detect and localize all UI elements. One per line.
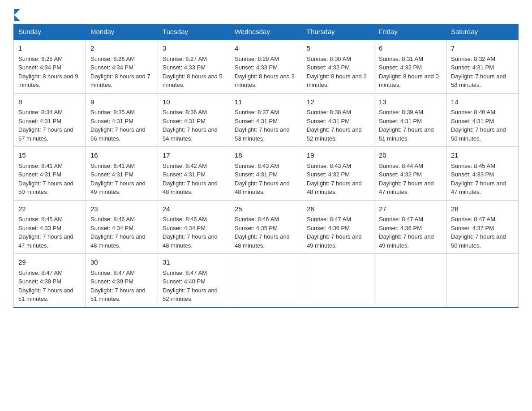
day-number: 19 <box>307 150 369 161</box>
calendar-day-cell: 12 Sunrise: 8:38 AMSunset: 4:31 PMDaylig… <box>302 93 374 147</box>
day-number: 3 <box>163 43 225 54</box>
day-number: 20 <box>379 150 442 161</box>
sunrise-info: Sunrise: 8:41 AMSunset: 4:31 PMDaylight:… <box>18 163 73 196</box>
calendar-day-cell: 31 Sunrise: 8:47 AMSunset: 4:40 PMDaylig… <box>158 254 230 308</box>
weekday-header-saturday: Saturday <box>446 24 519 40</box>
calendar-day-cell <box>302 254 374 308</box>
sunrise-info: Sunrise: 8:47 AMSunset: 4:36 PMDaylight:… <box>379 216 434 249</box>
day-number: 24 <box>163 204 225 214</box>
weekday-header-row: SundayMondayTuesdayWednesdayThursdayFrid… <box>14 24 519 40</box>
calendar-day-cell: 26 Sunrise: 8:47 AMSunset: 4:36 PMDaylig… <box>302 200 374 254</box>
day-number: 12 <box>307 97 369 107</box>
calendar-day-cell: 10 Sunrise: 8:36 AMSunset: 4:31 PMDaylig… <box>158 93 230 147</box>
calendar-day-cell: 27 Sunrise: 8:47 AMSunset: 4:36 PMDaylig… <box>374 200 446 254</box>
calendar-day-cell: 14 Sunrise: 8:40 AMSunset: 4:31 PMDaylig… <box>446 93 519 147</box>
sunrise-info: Sunrise: 8:35 AMSunset: 4:31 PMDaylight:… <box>90 109 146 142</box>
calendar-day-cell <box>446 254 519 308</box>
sunrise-info: Sunrise: 8:25 AMSunset: 4:34 PMDaylight:… <box>18 56 78 89</box>
sunrise-info: Sunrise: 8:45 AMSunset: 4:33 PMDaylight:… <box>451 163 506 196</box>
calendar-day-cell: 4 Sunrise: 8:29 AMSunset: 4:33 PMDayligh… <box>230 39 302 93</box>
calendar-day-cell: 6 Sunrise: 8:31 AMSunset: 4:32 PMDayligh… <box>374 39 446 93</box>
calendar-day-cell: 9 Sunrise: 8:35 AMSunset: 4:31 PMDayligh… <box>86 93 158 147</box>
calendar-day-cell: 16 Sunrise: 8:41 AMSunset: 4:31 PMDaylig… <box>86 147 158 201</box>
calendar-day-cell: 2 Sunrise: 8:26 AMSunset: 4:34 PMDayligh… <box>86 39 158 93</box>
day-number: 16 <box>90 150 153 161</box>
day-number: 23 <box>90 204 153 214</box>
day-number: 14 <box>451 97 514 107</box>
calendar-day-cell: 20 Sunrise: 8:44 AMSunset: 4:32 PMDaylig… <box>374 147 446 201</box>
day-number: 2 <box>90 43 153 54</box>
sunrise-info: Sunrise: 8:29 AMSunset: 4:33 PMDaylight:… <box>235 56 295 89</box>
sunrise-info: Sunrise: 8:36 AMSunset: 4:31 PMDaylight:… <box>163 109 218 142</box>
calendar-day-cell: 3 Sunrise: 8:27 AMSunset: 4:33 PMDayligh… <box>158 39 230 93</box>
day-number: 26 <box>307 204 369 214</box>
sunrise-info: Sunrise: 8:37 AMSunset: 4:31 PMDaylight:… <box>235 109 290 142</box>
page-header <box>13 9 519 19</box>
day-number: 31 <box>163 257 225 268</box>
weekday-header-sunday: Sunday <box>14 24 86 40</box>
calendar-day-cell: 15 Sunrise: 8:41 AMSunset: 4:31 PMDaylig… <box>14 147 86 201</box>
day-number: 18 <box>235 150 297 161</box>
calendar-day-cell: 7 Sunrise: 8:32 AMSunset: 4:31 PMDayligh… <box>446 39 519 93</box>
day-number: 28 <box>451 204 514 214</box>
sunrise-info: Sunrise: 8:41 AMSunset: 4:31 PMDaylight:… <box>90 163 146 196</box>
sunrise-info: Sunrise: 8:46 AMSunset: 4:35 PMDaylight:… <box>235 216 290 249</box>
day-number: 10 <box>163 97 225 107</box>
calendar-day-cell <box>374 254 446 308</box>
day-number: 5 <box>307 43 369 54</box>
calendar-day-cell: 24 Sunrise: 8:46 AMSunset: 4:34 PMDaylig… <box>158 200 230 254</box>
day-number: 25 <box>235 204 297 214</box>
logo <box>13 9 20 19</box>
calendar-day-cell <box>230 254 302 308</box>
sunrise-info: Sunrise: 8:31 AMSunset: 4:32 PMDaylight:… <box>379 56 439 89</box>
day-number: 27 <box>379 204 442 214</box>
sunrise-info: Sunrise: 8:43 AMSunset: 4:31 PMDaylight:… <box>235 163 290 196</box>
sunrise-info: Sunrise: 8:43 AMSunset: 4:32 PMDaylight:… <box>307 163 362 196</box>
calendar-day-cell: 1 Sunrise: 8:25 AMSunset: 4:34 PMDayligh… <box>14 39 86 93</box>
day-number: 1 <box>18 43 81 54</box>
day-number: 30 <box>90 257 153 268</box>
calendar-week-row: 8 Sunrise: 8:34 AMSunset: 4:31 PMDayligh… <box>14 93 519 147</box>
day-number: 22 <box>18 204 81 214</box>
weekday-header-monday: Monday <box>86 24 158 40</box>
calendar-day-cell: 30 Sunrise: 8:47 AMSunset: 4:39 PMDaylig… <box>86 254 158 308</box>
calendar-week-row: 15 Sunrise: 8:41 AMSunset: 4:31 PMDaylig… <box>14 147 519 201</box>
sunrise-info: Sunrise: 8:27 AMSunset: 4:33 PMDaylight:… <box>163 56 223 89</box>
sunrise-info: Sunrise: 8:47 AMSunset: 4:39 PMDaylight:… <box>90 270 146 303</box>
day-number: 15 <box>18 150 81 161</box>
day-number: 6 <box>379 43 442 54</box>
calendar-day-cell: 18 Sunrise: 8:43 AMSunset: 4:31 PMDaylig… <box>230 147 302 201</box>
sunrise-info: Sunrise: 8:32 AMSunset: 4:31 PMDaylight:… <box>451 56 506 89</box>
weekday-header-wednesday: Wednesday <box>230 24 302 40</box>
sunrise-info: Sunrise: 8:46 AMSunset: 4:34 PMDaylight:… <box>163 216 218 249</box>
day-number: 7 <box>451 43 514 54</box>
calendar-day-cell: 29 Sunrise: 8:47 AMSunset: 4:38 PMDaylig… <box>14 254 86 308</box>
sunrise-info: Sunrise: 8:42 AMSunset: 4:31 PMDaylight:… <box>163 163 218 196</box>
sunrise-info: Sunrise: 8:30 AMSunset: 4:32 PMDaylight:… <box>307 56 367 89</box>
day-number: 4 <box>235 43 297 54</box>
day-number: 17 <box>163 150 225 161</box>
day-number: 21 <box>451 150 514 161</box>
sunrise-info: Sunrise: 8:47 AMSunset: 4:40 PMDaylight:… <box>163 270 218 303</box>
calendar-week-row: 22 Sunrise: 8:45 AMSunset: 4:33 PMDaylig… <box>14 200 519 254</box>
calendar-table: SundayMondayTuesdayWednesdayThursdayFrid… <box>13 24 519 308</box>
day-number: 29 <box>18 257 81 268</box>
sunrise-info: Sunrise: 8:44 AMSunset: 4:32 PMDaylight:… <box>379 163 434 196</box>
sunrise-info: Sunrise: 8:40 AMSunset: 4:31 PMDaylight:… <box>451 109 506 142</box>
calendar-day-cell: 22 Sunrise: 8:45 AMSunset: 4:33 PMDaylig… <box>14 200 86 254</box>
weekday-header-friday: Friday <box>374 24 446 40</box>
calendar-day-cell: 11 Sunrise: 8:37 AMSunset: 4:31 PMDaylig… <box>230 93 302 147</box>
sunrise-info: Sunrise: 8:26 AMSunset: 4:34 PMDaylight:… <box>90 56 150 89</box>
sunrise-info: Sunrise: 8:39 AMSunset: 4:31 PMDaylight:… <box>379 109 434 142</box>
calendar-day-cell: 19 Sunrise: 8:43 AMSunset: 4:32 PMDaylig… <box>302 147 374 201</box>
calendar-day-cell: 13 Sunrise: 8:39 AMSunset: 4:31 PMDaylig… <box>374 93 446 147</box>
sunrise-info: Sunrise: 8:47 AMSunset: 4:37 PMDaylight:… <box>451 216 506 249</box>
day-number: 13 <box>379 97 442 107</box>
sunrise-info: Sunrise: 8:47 AMSunset: 4:38 PMDaylight:… <box>18 270 73 303</box>
sunrise-info: Sunrise: 8:45 AMSunset: 4:33 PMDaylight:… <box>18 216 73 249</box>
day-number: 11 <box>235 97 297 107</box>
weekday-header-tuesday: Tuesday <box>158 24 230 40</box>
calendar-day-cell: 5 Sunrise: 8:30 AMSunset: 4:32 PMDayligh… <box>302 39 374 93</box>
sunrise-info: Sunrise: 8:38 AMSunset: 4:31 PMDaylight:… <box>307 109 362 142</box>
weekday-header-thursday: Thursday <box>302 24 374 40</box>
